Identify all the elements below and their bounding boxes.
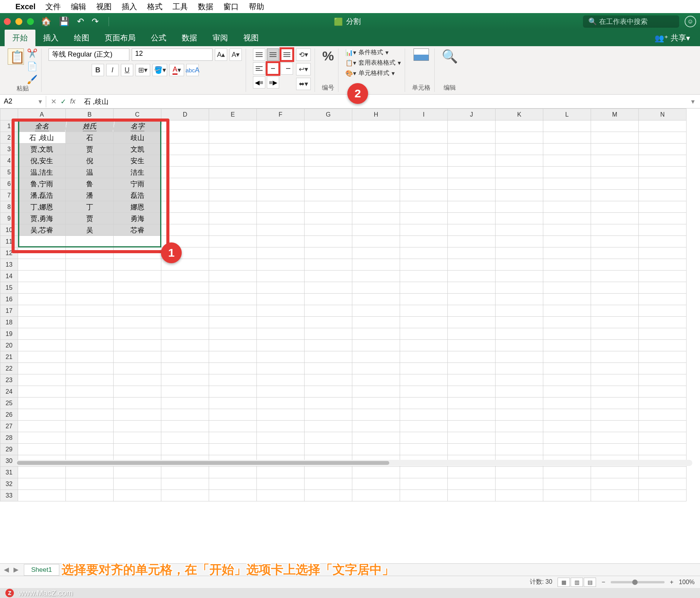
cell[interactable] xyxy=(257,363,305,374)
cell[interactable]: 安生 xyxy=(114,155,161,167)
cell[interactable]: 宁雨 xyxy=(114,178,161,190)
cell[interactable] xyxy=(639,340,687,351)
cell[interactable] xyxy=(352,351,400,363)
cell[interactable]: 贾 xyxy=(66,213,114,224)
cell[interactable] xyxy=(639,351,687,363)
cell[interactable] xyxy=(639,236,687,247)
row-header[interactable]: 17 xyxy=(0,305,18,317)
tab-view[interactable]: 视图 xyxy=(236,30,266,46)
cell[interactable] xyxy=(114,340,161,351)
cell[interactable] xyxy=(66,340,114,351)
cell[interactable] xyxy=(448,432,496,444)
cell[interactable] xyxy=(209,340,257,351)
cell[interactable] xyxy=(161,467,209,478)
cell[interactable] xyxy=(161,398,209,409)
sheet-tab-1[interactable]: Sheet1 xyxy=(24,564,59,576)
cell[interactable] xyxy=(18,363,66,374)
cell[interactable] xyxy=(496,409,543,421)
row-header[interactable]: 19 xyxy=(0,328,18,340)
cell[interactable] xyxy=(352,224,400,236)
cell[interactable] xyxy=(543,213,591,224)
cell[interactable] xyxy=(639,224,687,236)
cell[interactable] xyxy=(114,294,161,305)
wrap-text-button[interactable]: ↩▾ xyxy=(296,63,311,75)
cell[interactable] xyxy=(161,363,209,374)
phonetic-button[interactable]: abcA xyxy=(186,64,199,76)
cell[interactable] xyxy=(543,444,591,455)
cell[interactable]: 鲁 xyxy=(66,178,114,190)
cell[interactable] xyxy=(400,444,448,455)
cell[interactable] xyxy=(257,409,305,421)
cell[interactable] xyxy=(18,409,66,421)
cell[interactable] xyxy=(209,155,257,167)
cell[interactable] xyxy=(639,201,687,213)
cell[interactable] xyxy=(448,444,496,455)
cell[interactable] xyxy=(305,467,352,478)
cell[interactable] xyxy=(543,132,591,144)
cell[interactable] xyxy=(305,236,352,247)
cell[interactable] xyxy=(18,398,66,409)
cell[interactable] xyxy=(209,398,257,409)
cell[interactable] xyxy=(400,236,448,247)
cell[interactable] xyxy=(543,271,591,282)
cell[interactable] xyxy=(257,213,305,224)
cell[interactable] xyxy=(209,213,257,224)
align-middle-button[interactable] xyxy=(267,48,279,61)
cell[interactable] xyxy=(209,294,257,305)
cell[interactable]: 歧山 xyxy=(114,132,161,144)
cell[interactable] xyxy=(114,432,161,444)
cell[interactable]: 贾,勇海 xyxy=(18,213,66,224)
cell[interactable] xyxy=(448,120,496,132)
cell[interactable] xyxy=(448,247,496,259)
cell[interactable] xyxy=(66,363,114,374)
cell[interactable] xyxy=(161,178,209,190)
cell[interactable] xyxy=(18,386,66,398)
cell[interactable] xyxy=(209,478,257,490)
cell[interactable] xyxy=(448,132,496,144)
col-header[interactable]: J xyxy=(448,109,496,120)
tab-insert[interactable]: 插入 xyxy=(35,30,66,46)
cell[interactable] xyxy=(114,490,161,501)
cell[interactable] xyxy=(448,213,496,224)
cell[interactable] xyxy=(305,247,352,259)
cell[interactable] xyxy=(591,190,639,201)
cell[interactable] xyxy=(114,386,161,398)
col-header[interactable]: G xyxy=(305,109,352,120)
cell[interactable] xyxy=(305,155,352,167)
cell[interactable] xyxy=(352,317,400,328)
cell[interactable] xyxy=(496,282,543,294)
tab-home[interactable]: 开始 xyxy=(5,30,35,46)
cell[interactable] xyxy=(305,167,352,178)
page-break-view-button[interactable]: ▤ xyxy=(584,578,596,587)
cell[interactable] xyxy=(305,178,352,190)
cell[interactable] xyxy=(257,386,305,398)
cell[interactable] xyxy=(305,328,352,340)
cell[interactable] xyxy=(161,201,209,213)
cell[interactable] xyxy=(639,132,687,144)
menu-data[interactable]: 数据 xyxy=(198,2,213,12)
cell[interactable] xyxy=(496,444,543,455)
cell[interactable] xyxy=(543,294,591,305)
cell[interactable] xyxy=(448,305,496,317)
cell[interactable] xyxy=(400,409,448,421)
cell[interactable] xyxy=(352,155,400,167)
cell[interactable] xyxy=(352,144,400,155)
cell[interactable] xyxy=(305,201,352,213)
tab-layout[interactable]: 页面布局 xyxy=(97,30,143,46)
cell[interactable] xyxy=(352,340,400,351)
cell[interactable] xyxy=(114,317,161,328)
cell[interactable] xyxy=(257,236,305,247)
cell[interactable] xyxy=(209,374,257,386)
cell[interactable] xyxy=(448,398,496,409)
cell[interactable] xyxy=(257,432,305,444)
cell[interactable] xyxy=(639,167,687,178)
cell[interactable] xyxy=(591,467,639,478)
tab-formula[interactable]: 公式 xyxy=(143,30,174,46)
cell[interactable] xyxy=(161,271,209,282)
cell[interactable] xyxy=(257,490,305,501)
cells-button[interactable] xyxy=(414,48,429,61)
cell[interactable] xyxy=(305,294,352,305)
cell[interactable] xyxy=(496,317,543,328)
cell[interactable] xyxy=(639,259,687,271)
cell[interactable] xyxy=(639,271,687,282)
